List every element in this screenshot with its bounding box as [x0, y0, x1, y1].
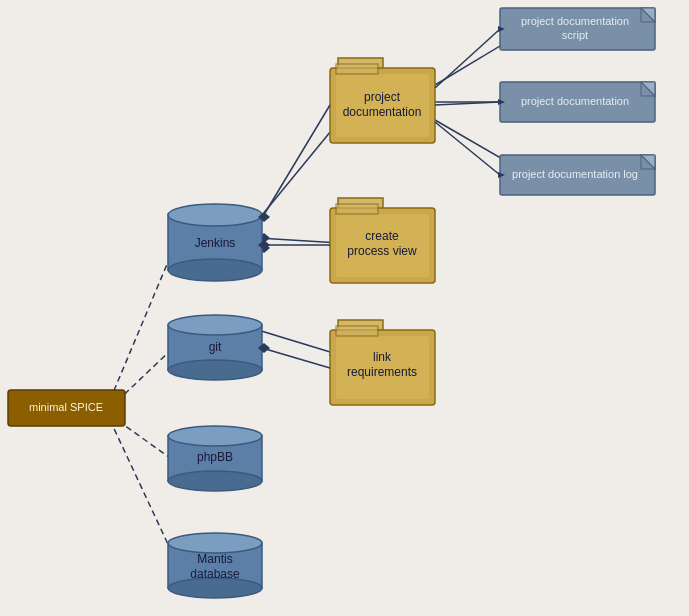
svg-point-8 [168, 360, 262, 380]
line3-to-log [435, 122, 500, 175]
mantis-node: Mantis database [168, 533, 262, 598]
doc-main-label: project documentation [521, 95, 629, 107]
mantis-label2: database [190, 567, 240, 581]
line-spice-mantis [110, 420, 173, 555]
jenkins-node: Jenkins [168, 204, 262, 281]
doc-log-node: project documentation log [500, 155, 655, 195]
link-req-label: link [373, 350, 392, 364]
svg-rect-27 [336, 326, 378, 336]
line3-to-script [435, 29, 500, 88]
svg-rect-19 [336, 64, 378, 74]
doc-main-node: project documentation [500, 82, 655, 122]
line2-jenkins-projdoc [262, 105, 330, 218]
create-process-label2: process view [347, 244, 417, 258]
link-req-label2: requirements [347, 365, 417, 379]
line-git-linkreq [258, 330, 340, 355]
diagram: minimal SPICE Jenkins git phpBB Mantis d… [0, 0, 689, 616]
svg-rect-23 [336, 204, 378, 214]
svg-point-11 [168, 471, 262, 491]
jenkins-label: Jenkins [195, 236, 236, 250]
doc-script-node: project documentation script [500, 8, 655, 50]
doc-script-label: project documentation [521, 15, 629, 27]
doc-script-label2: script [562, 29, 588, 41]
line-jenkins-createproc [258, 238, 340, 243]
minimal-spice-label: minimal SPICE [29, 401, 103, 413]
project-doc-label: project [364, 90, 401, 104]
line2-git-link [262, 348, 330, 368]
phpbb-label: phpBB [197, 450, 233, 464]
doc-log-label: project documentation log [512, 168, 638, 180]
project-doc-folder: project documentation [330, 58, 435, 143]
git-label: git [209, 340, 222, 354]
svg-point-5 [168, 259, 262, 281]
git-node: git [168, 315, 262, 380]
project-doc-label2: documentation [343, 105, 422, 119]
svg-point-9 [168, 315, 262, 335]
create-process-label: create [365, 229, 399, 243]
phpbb-node: phpBB [168, 426, 262, 491]
create-process-folder: create process view [330, 198, 435, 283]
link-req-folder: link requirements [330, 320, 435, 405]
svg-point-6 [168, 204, 262, 226]
mantis-label: Mantis [197, 552, 232, 566]
minimal-spice-node: minimal SPICE [8, 390, 125, 426]
svg-point-15 [168, 533, 262, 553]
svg-point-12 [168, 426, 262, 446]
